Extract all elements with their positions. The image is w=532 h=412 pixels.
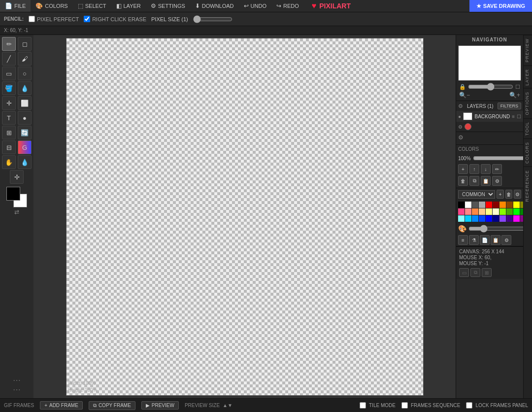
menu-select[interactable]: ⬚ SELECT [73,0,111,12]
fill-tool[interactable]: 🪣 [2,81,16,95]
palette-color-swatch[interactable] [493,208,499,215]
palette-color-swatch[interactable] [479,208,485,215]
settings-color-button[interactable]: ⚙ [492,176,502,186]
palette-color-swatch[interactable] [506,202,513,208]
edit-color-button[interactable]: ✏ [492,164,502,174]
copy-frame-button[interactable]: ⧉ COPY FRAME [89,401,135,410]
copy-color-button[interactable]: ⧉ [469,176,479,186]
delete-color-button[interactable]: 🗑 [458,176,468,186]
ref-tab-5[interactable]: ⚙ [501,235,511,245]
add-color-button[interactable]: + [458,164,468,174]
palette-color-swatch[interactable] [506,208,513,215]
canvas-area[interactable]: Width: 100% Height: 100% [33,35,456,398]
palette-color-swatch[interactable] [472,202,478,208]
transform-tool[interactable]: ✢ [10,170,24,184]
stamp-tool[interactable]: ● [18,111,32,125]
palette-delete-button[interactable]: 🗑 [505,190,513,199]
layer-filters-button[interactable]: FILTERS [498,103,521,109]
palette-color-swatch[interactable] [458,208,465,215]
ref-tab-1[interactable]: ≡ [458,235,468,245]
menu-download[interactable]: ⬇ DOWNLOAD [190,0,239,12]
foreground-color[interactable] [6,187,20,201]
layer-close-icon[interactable]: ☐ [517,114,521,119]
palette-dropdown[interactable]: COMMON [458,190,495,199]
pixel-canvas[interactable] [66,38,424,396]
palette-color-swatch[interactable] [513,208,520,215]
palette-color-swatch[interactable] [458,215,465,222]
ref-tab-2[interactable]: ⚗ [469,235,479,245]
menu-layer[interactable]: ◧ LAYER [111,0,146,12]
hand-tool[interactable]: ✋ [2,155,16,169]
paste-color-button[interactable]: 📋 [481,176,491,186]
shape-tool[interactable]: ⬜ [18,96,32,110]
nav-zoom-slider[interactable] [468,83,513,91]
ref-tab-3[interactable]: 📄 [480,235,490,245]
zoom-in-icon[interactable]: 🔍+ [509,92,520,99]
palette-color-swatch[interactable] [465,208,471,215]
download-color-button[interactable]: ↓ [481,164,491,174]
right-click-erase-checkbox[interactable] [84,16,90,22]
layer-visibility-icon[interactable]: ● [458,114,461,119]
menu-colors[interactable]: 🎨 COLORS [31,0,72,12]
layer-lock-icon[interactable]: ≡ [512,114,515,119]
palette-color-swatch[interactable] [493,215,499,222]
paint-tool[interactable]: 🖌 [18,52,32,66]
palette-settings-button[interactable]: ⚙ [514,190,521,199]
palette-color-swatch[interactable] [458,202,465,208]
swap-icon[interactable]: ⇄ [14,208,19,215]
palette-color-swatch[interactable] [472,215,478,222]
palette-color-swatch[interactable] [465,202,471,208]
pixel-size-slider[interactable] [193,15,233,23]
water-tool[interactable]: 💧 [18,155,32,169]
menu-file[interactable]: 📄 FILE [0,0,31,12]
text-tool[interactable]: T [2,111,16,125]
lock-frames-label[interactable]: LOCK FRAMES PANEL [466,402,528,409]
line-tool[interactable]: ╱ [2,52,16,66]
dither-tool[interactable]: ⊞ [2,126,16,139]
vtab-tool[interactable]: TOOL [524,118,532,138]
palette-color-swatch[interactable] [499,202,506,208]
rect-tool[interactable]: ▭ [2,67,16,80]
hue-slider[interactable] [468,225,523,233]
menu-undo[interactable]: ↩ UNDO [239,0,271,12]
save-drawing-button[interactable]: ★ SAVE DRAWING [469,0,532,12]
hue-icon[interactable]: 🎨 [458,225,466,233]
circle-tool[interactable]: ○ [18,67,32,80]
tile-mode-label[interactable]: TILE MODE [360,402,396,409]
gradient-tool[interactable]: G [18,140,32,154]
vtab-layer[interactable]: LAYER [524,66,532,89]
palette-color-swatch[interactable] [506,215,513,222]
replace-tool[interactable]: 🔄 [18,126,32,139]
palette-color-swatch[interactable] [486,202,492,208]
options-gear-icon[interactable]: ⚙ [458,134,464,141]
frames-sequence-label[interactable]: FRAMES SEQUENCE [401,402,461,409]
vtab-preview[interactable]: PREVIEW [524,35,532,66]
preview-button[interactable]: ▶ PREVIEW [141,401,179,410]
right-click-erase-label[interactable]: RIGHT CLICK ERASE [84,16,146,22]
palette-color-swatch[interactable] [486,208,492,215]
palette-color-swatch[interactable] [486,215,492,222]
palette-color-swatch[interactable] [479,215,485,222]
layer-gear-icon[interactable]: ⚙ [458,103,463,109]
pattern-tool[interactable]: ⊟ [2,140,16,154]
vtab-reference[interactable]: REFERENCE [524,167,532,205]
pixel-perfect-checkbox[interactable] [29,16,35,22]
pixel-perfect-label[interactable]: PIXEL PERFECT [29,16,79,22]
opacity-slider[interactable] [473,154,523,162]
palette-color-swatch[interactable] [472,208,478,215]
dropper-tool[interactable]: 💧 [18,81,32,95]
zoom-out-icon[interactable]: 🔍− [459,92,470,99]
layer-row[interactable]: ● BACKGROUND ≡ ☐ [456,111,523,122]
palette-color-swatch[interactable] [465,215,471,222]
color-selector[interactable] [6,187,27,207]
palette-color-swatch[interactable] [479,202,485,208]
palette-color-swatch[interactable] [493,202,499,208]
menu-settings[interactable]: ⚙ SETTINGS [146,0,190,12]
add-frame-button[interactable]: + ADD FRAME [40,401,83,410]
ref-tab-4[interactable]: 📋 [491,235,500,245]
vtab-options[interactable]: OPTIONS [524,88,532,118]
upload-color-button[interactable]: ↑ [469,164,479,174]
move-tool[interactable]: ✛ [2,96,16,110]
palette-color-swatch[interactable] [513,202,520,208]
vtab-colors[interactable]: COLORS [524,138,532,167]
